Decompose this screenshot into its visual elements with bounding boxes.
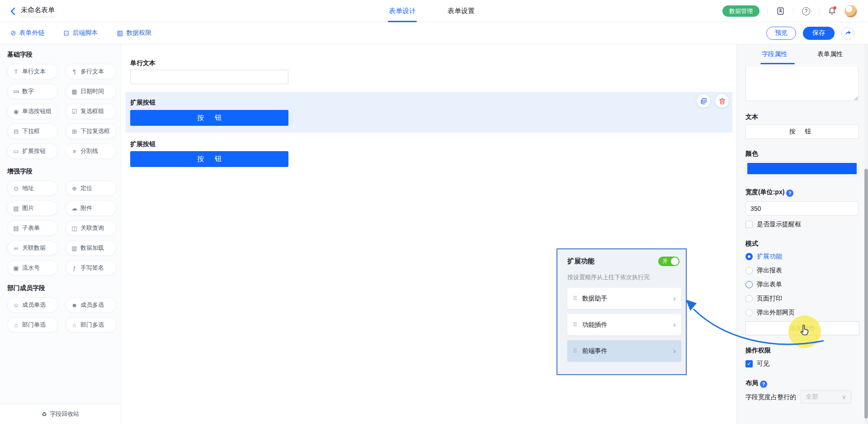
visible-checkbox-row[interactable]: ✓ 可见 [745, 360, 769, 368]
field-signature[interactable]: ƒ手写签名 [66, 260, 116, 276]
form-toolbar: ⊘ 表单外链 ⊡ 后端脚本 ▥ 数据权限 预览 保存 [0, 22, 868, 44]
field-number[interactable]: 123数字 [7, 84, 58, 99]
field-location[interactable]: ⊕定位 [66, 181, 116, 196]
reminder-checkbox[interactable] [745, 221, 753, 228]
save-button[interactable]: 保存 [803, 27, 835, 40]
field-subform[interactable]: ▤子表单 [7, 220, 58, 236]
divider [767, 8, 768, 15]
field-attachment[interactable]: ☁附件 [66, 200, 116, 216]
field-dept-multi[interactable]: ⌂部门多选 [66, 317, 116, 333]
field-select[interactable]: ⊟下拉框 [7, 124, 58, 139]
mode-popup-external-page[interactable]: 弹出外部网页 [745, 309, 795, 317]
field-datetime[interactable]: ▦日期时间 [66, 84, 116, 99]
extend-button-preview[interactable]: 按 钮 [130, 110, 288, 126]
layout-label: 布局 ? [745, 379, 767, 388]
tab-field-properties[interactable]: 字段属性 [762, 50, 787, 58]
chevron-right-icon: › [673, 294, 676, 303]
mode-popup-form[interactable]: 弹出表单 [745, 281, 782, 289]
field-label: 扩展按钮 [130, 99, 156, 107]
notification-bell-icon[interactable] [827, 6, 837, 16]
image-icon: ▧ [12, 205, 20, 212]
radio-button[interactable] [745, 295, 753, 302]
data-manage-button[interactable]: 数据管理 [722, 5, 760, 17]
data-permission-link[interactable]: ▥ 数据权限 [117, 29, 151, 37]
selected-extend-button-field[interactable]: 扩展按钮 按 钮 [126, 92, 732, 133]
field-recycle-bin[interactable]: ♻ 字段回收站 [0, 404, 121, 424]
radio-button[interactable] [745, 267, 753, 274]
sidebar-section-title: 基础字段 [7, 51, 113, 59]
layout-help-icon[interactable]: ? [760, 381, 767, 388]
address-book-icon[interactable] [775, 6, 785, 16]
select-chevron-icon: ∨ [842, 393, 846, 400]
sidebar-section-title: 增强字段 [7, 167, 113, 176]
single-text-icon: T [12, 68, 20, 75]
button-text-input[interactable] [745, 124, 859, 139]
popup-item-data-assistant[interactable]: ⠿数据助手› [567, 288, 681, 309]
layout-width-select[interactable]: 全部 ∨ [801, 390, 851, 404]
number-icon: 123 [12, 90, 20, 94]
field-extend-button[interactable]: ▭扩展按钮 [7, 143, 58, 159]
tab-form-properties[interactable]: 表单属性 [817, 50, 843, 58]
popup-item-function-plugin[interactable]: ⠿功能插件› [567, 314, 681, 335]
tab-form-settings[interactable]: 表单设置 [448, 0, 475, 22]
mode-label: 模式 [745, 240, 758, 248]
extend-function-toggle[interactable]: 开 [658, 257, 679, 266]
extend-button-preview[interactable]: 按 钮 [130, 151, 288, 167]
visible-checkbox[interactable]: ✓ [745, 360, 753, 367]
user-avatar[interactable] [844, 5, 857, 18]
popup-title: 扩展功能 [567, 257, 594, 266]
attachment-icon: ☁ [71, 205, 78, 212]
copy-field-button[interactable] [697, 94, 710, 108]
reminder-checkbox-row[interactable]: 是否显示提醒框 [745, 220, 801, 229]
field-image[interactable]: ▧图片 [7, 200, 58, 216]
field-multi-select[interactable]: ⊞下拉复选框 [66, 124, 116, 139]
tab-form-design[interactable]: 表单设计 [389, 0, 416, 22]
mode-extend-function[interactable]: 扩展功能 [745, 252, 782, 261]
vertical-scrollbar-thumb[interactable] [864, 169, 868, 419]
field-multi-line-text[interactable]: ¶多行文本 [66, 64, 116, 79]
location-icon: ⊕ [71, 185, 78, 192]
popup-item-frontend-event[interactable]: ⠿前端事件› [567, 340, 681, 362]
share-button[interactable] [841, 27, 854, 40]
color-label: 颜色 [745, 150, 758, 158]
color-picker-swatch[interactable] [745, 161, 859, 176]
field-checkbox-group[interactable]: ☑复选框组 [66, 104, 116, 119]
radio-button[interactable] [745, 309, 753, 316]
field-dept-single[interactable]: ⌂部门单选 [7, 317, 58, 333]
form-title[interactable]: 未命名表单 [21, 6, 55, 17]
form-external-link[interactable]: ⊘ 表单外链 [10, 29, 45, 37]
mode-page-print[interactable]: 页面打印 [745, 295, 782, 303]
checkbox-icon: ☑ [71, 108, 78, 115]
field-linked-data[interactable]: ∞关联数据 [7, 240, 58, 256]
radio-button[interactable] [745, 281, 753, 288]
field-label: 单行文本 [130, 59, 156, 67]
width-help-icon[interactable]: ? [786, 190, 793, 197]
field-serial-number[interactable]: ▣流水号 [7, 260, 58, 276]
field-address[interactable]: ⊙地址 [7, 181, 58, 196]
back-icon[interactable] [8, 6, 19, 17]
field-data-load[interactable]: ▥数据加载 [66, 240, 116, 256]
width-input[interactable] [745, 201, 859, 215]
field-member-single[interactable]: ☺成员单选 [7, 297, 58, 313]
single-line-text-input[interactable] [130, 70, 288, 84]
select-icon: ⊟ [12, 128, 20, 135]
drag-handle-icon[interactable]: ⠿ [573, 348, 577, 354]
field-linked-query[interactable]: ◫关联查询 [66, 220, 116, 236]
field-divider[interactable]: ≡分割线 [66, 143, 116, 159]
preview-button[interactable]: 预览 [766, 27, 796, 40]
button-icon: ▭ [12, 148, 20, 155]
drag-handle-icon[interactable]: ⠿ [573, 295, 577, 302]
active-tab-underline [760, 63, 795, 64]
backend-script-link[interactable]: ⊡ 后端脚本 [64, 29, 98, 37]
mode-popup-report[interactable]: 弹出报表 [745, 267, 782, 275]
drag-handle-icon[interactable]: ⠿ [573, 321, 577, 328]
field-radio-group[interactable]: ◉单选按钮组 [7, 104, 58, 119]
radio-button[interactable] [745, 253, 753, 260]
address-icon: ⊙ [12, 185, 20, 192]
delete-field-button[interactable] [715, 94, 729, 108]
field-single-line-text[interactable]: T单行文本 [7, 64, 58, 79]
field-description-textarea[interactable] [745, 67, 859, 101]
help-icon[interactable]: ? [801, 6, 811, 16]
top-tabs: 表单设计 表单设置 [389, 0, 475, 22]
field-member-multi[interactable]: ☻成员多选 [66, 297, 116, 313]
